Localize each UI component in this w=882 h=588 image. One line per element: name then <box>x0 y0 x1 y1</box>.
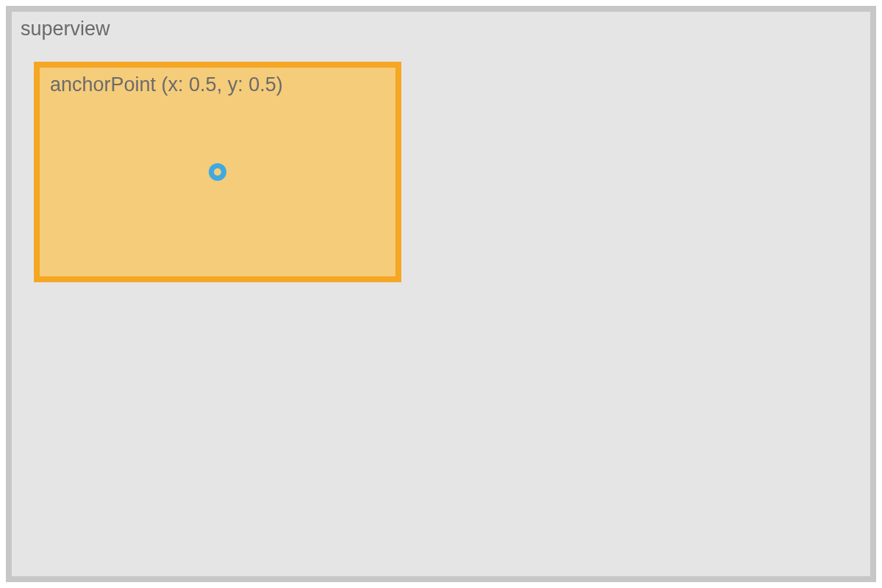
anchor-point-marker <box>209 163 226 181</box>
superview-label: superview <box>21 18 110 40</box>
superview-container: superview anchorPoint (x: 0.5, y: 0.5) <box>6 6 876 582</box>
anchor-point-box: anchorPoint (x: 0.5, y: 0.5) <box>34 62 401 282</box>
anchor-point-label: anchorPoint (x: 0.5, y: 0.5) <box>50 74 283 96</box>
anchor-point-marker-inner <box>214 168 221 176</box>
